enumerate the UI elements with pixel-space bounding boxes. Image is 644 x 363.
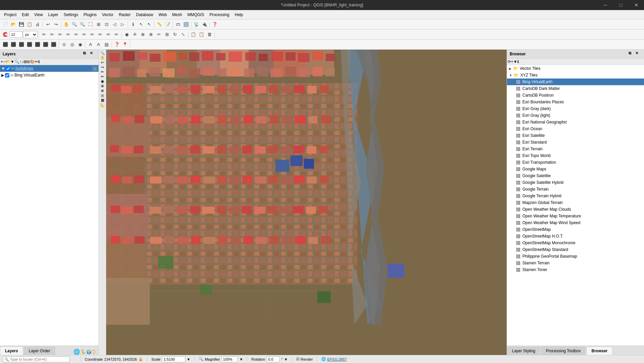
zoom-selection-button[interactable]: ⊡ xyxy=(103,21,110,28)
browser-item-esri-ocean[interactable]: Esri Ocean xyxy=(507,125,644,132)
menu-web[interactable]: Web xyxy=(156,11,169,18)
vert-btn2[interactable]: ✋ xyxy=(100,56,105,60)
browser-item-osm[interactable]: OpenStreetMap xyxy=(507,226,644,233)
save-project-button[interactable]: 💾 xyxy=(18,21,25,28)
digitize-btn9[interactable]: ✏ xyxy=(105,31,112,38)
label-btn1[interactable]: A xyxy=(87,41,94,48)
zoom-in-button[interactable]: 🔍 xyxy=(71,21,78,28)
vert-btn12[interactable]: 📐 xyxy=(100,103,105,107)
tab-layer-styling[interactable]: Layer Styling xyxy=(507,347,540,355)
zoom-back-button[interactable]: ◁ xyxy=(111,21,118,28)
browser-item-bing[interactable]: Bing VirtualEarth xyxy=(507,79,644,85)
layer-bing[interactable]: ▶ ⊞ Bing VirtualEarth xyxy=(0,72,99,79)
undo-button[interactable]: ↩ xyxy=(44,21,52,28)
browser-item-owm-clouds[interactable]: Open Weather Map Clouds xyxy=(507,206,644,213)
browser-info-button[interactable]: ℹ xyxy=(517,59,519,64)
browser-item-owm-temp[interactable]: Open Weather Map Temperature xyxy=(507,213,644,219)
field-calc-button[interactable]: 🔢 xyxy=(182,21,190,28)
snapping-button[interactable]: 🧲 xyxy=(2,31,9,38)
pan-button[interactable]: ✋ xyxy=(63,21,70,28)
digitize2-btn2[interactable]: ⬛ xyxy=(10,41,17,48)
filter-layer-button[interactable]: ▼ xyxy=(10,59,14,64)
browser-item-esri-topo[interactable]: Esri Topo World xyxy=(507,152,644,159)
rotation-input[interactable] xyxy=(266,356,280,362)
browser-item-esri-national-geo[interactable]: Esri National Geographic xyxy=(507,119,644,125)
add-layer-button[interactable]: + xyxy=(1,59,3,64)
vert-btn4[interactable]: ↪ xyxy=(101,65,104,69)
browser-filter-button[interactable]: ▼ xyxy=(513,59,517,64)
merge-btn[interactable]: ⊞ xyxy=(163,31,171,38)
browser-item-google-terrain[interactable]: Google Terrain xyxy=(507,186,644,193)
rotation-dropdown-icon[interactable]: ▼ xyxy=(284,357,288,361)
group-button[interactable]: ⊞ xyxy=(23,59,27,64)
open-project-button[interactable]: 📂 xyxy=(10,21,17,28)
browser-item-google-maps[interactable]: Google Maps xyxy=(507,166,644,172)
vert-btn3[interactable]: ↩ xyxy=(101,60,104,65)
print-button[interactable]: 🖨 xyxy=(34,21,41,28)
menu-layer[interactable]: Layer xyxy=(46,11,61,18)
menu-vector[interactable]: Vector xyxy=(100,11,116,18)
browser-item-esri-transport[interactable]: Esri Transportation xyxy=(507,159,644,166)
layer-properties-button[interactable]: ℹ xyxy=(38,59,40,64)
browser-item-esri-boundaries[interactable]: Esri Boundaries Places xyxy=(507,99,644,105)
zoom-out-button[interactable]: 🔍 xyxy=(79,21,86,28)
select-button[interactable]: ↖ xyxy=(137,21,145,28)
help-button[interactable]: ❓ xyxy=(211,21,218,28)
redo-button[interactable]: ↪ xyxy=(52,21,60,28)
snap-btn1[interactable]: ⊙ xyxy=(60,41,68,48)
vert-btn11[interactable]: ▦ xyxy=(101,98,104,102)
browser-item-ph-geoportal[interactable]: Philippine GeoPortal Basemap xyxy=(507,253,644,260)
tab-processing-toolbox[interactable]: Processing Toolbox xyxy=(541,347,586,355)
snap-btn3[interactable]: ◉ xyxy=(76,41,84,48)
snap-btn2[interactable]: ◎ xyxy=(68,41,76,48)
digitize-btn6[interactable]: ✏ xyxy=(80,31,88,38)
python-button[interactable]: 🐍 xyxy=(81,350,86,354)
menu-database[interactable]: Database xyxy=(133,11,156,18)
crs-value[interactable]: EPSG:3857 xyxy=(327,357,347,361)
browser-item-esri-terrain[interactable]: Esri Terrain xyxy=(507,146,644,152)
attribute-table-button[interactable]: 🗃 xyxy=(174,21,182,28)
menu-settings[interactable]: Settings xyxy=(61,11,81,18)
menu-project[interactable]: Project xyxy=(1,11,19,18)
duplicate-button[interactable]: ⧉ xyxy=(27,59,30,64)
browser-item-stamen-terrain[interactable]: Stamen Terrain xyxy=(507,260,644,266)
tab-browser[interactable]: Browser xyxy=(586,347,613,355)
web-button[interactable]: 🌍 xyxy=(86,350,91,354)
browser-item-esri-gray-dark[interactable]: Esri Gray (dark) xyxy=(507,105,644,112)
menu-edit[interactable]: Edit xyxy=(19,11,31,18)
scale-dropdown-icon[interactable]: ▼ xyxy=(187,357,190,361)
browser-item-mapzen[interactable]: Mapzen Global Terrain xyxy=(507,199,644,206)
digitize-btn2[interactable]: ✏ xyxy=(48,31,56,38)
rotate-btn[interactable]: ↻ xyxy=(171,31,179,38)
digitize-btn3[interactable]: ✏ xyxy=(56,31,64,38)
digitize2-btn1[interactable]: ⬛ xyxy=(2,41,9,48)
maximize-button[interactable]: □ xyxy=(613,0,629,10)
qgis-logo-button[interactable]: 🌐 xyxy=(73,349,80,355)
measure-button[interactable]: 📏 xyxy=(156,21,163,28)
locate-btn[interactable]: 📍 xyxy=(121,41,129,48)
menu-plugins[interactable]: Plugins xyxy=(81,11,99,18)
split-btn[interactable]: ✂ xyxy=(155,31,163,38)
map-canvas[interactable] xyxy=(106,50,507,355)
edit-node-btn[interactable]: ◉ xyxy=(123,31,130,38)
digitize-btn1[interactable]: ✏ xyxy=(40,31,48,38)
style-button[interactable]: 🎨 xyxy=(30,59,35,64)
vert-btn5[interactable]: ✏ xyxy=(101,70,104,74)
save-as-button[interactable]: 📋 xyxy=(26,21,33,28)
vert-btn1[interactable]: 🔍 xyxy=(100,51,105,55)
menu-mesh[interactable]: Mesh xyxy=(170,11,185,18)
label-btn3[interactable]: ▤ xyxy=(103,41,110,48)
browser-item-cartodb-dark[interactable]: CartoDB Dark Matter xyxy=(507,85,644,92)
render-checkbox[interactable]: ☑ xyxy=(296,357,300,361)
minimize-button[interactable]: ─ xyxy=(598,0,613,10)
offset-btn[interactable]: ⊕ xyxy=(139,31,146,38)
browser-refresh-button[interactable]: ⟳ xyxy=(508,59,511,64)
zoom-forward-button[interactable]: ▷ xyxy=(119,21,126,28)
label-btn2[interactable]: A xyxy=(95,41,102,48)
browser-item-esri-standard[interactable]: Esri Standard xyxy=(507,139,644,146)
digitize2-btn4[interactable]: ⬛ xyxy=(26,41,33,48)
menu-raster[interactable]: Raster xyxy=(116,11,133,18)
magnifier-dropdown-icon[interactable]: ▼ xyxy=(239,357,243,361)
vert-btn10[interactable]: ◎ xyxy=(101,93,104,98)
browser-xyz-tiles[interactable]: ▼ 📁 XYZ Tiles xyxy=(507,72,644,79)
